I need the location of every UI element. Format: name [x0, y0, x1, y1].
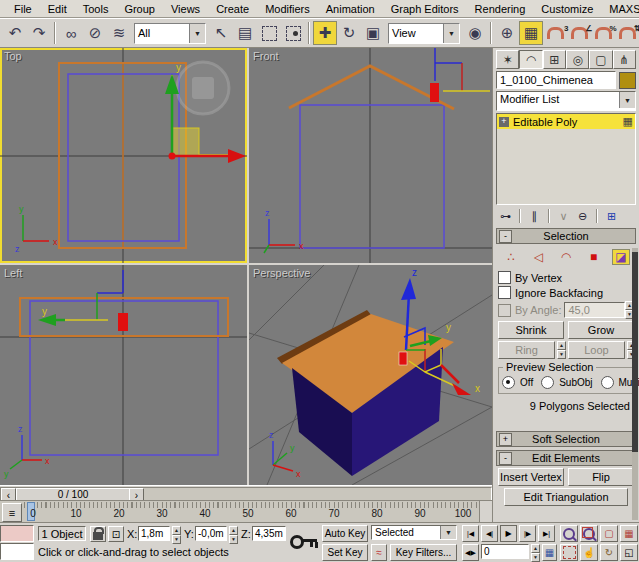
default-in-out-tangents-icon[interactable]: ≈ [371, 544, 387, 561]
key-filters-button[interactable]: Key Filters... [390, 544, 457, 561]
angle-snap-icon[interactable]: ∠ [567, 21, 591, 45]
region-zoom-icon[interactable] [560, 544, 578, 561]
checkbox-icon[interactable] [498, 271, 511, 284]
percent-snap-icon[interactable]: % [591, 21, 615, 45]
viewport-label-front[interactable]: Front [253, 50, 279, 62]
select-and-manipulate-icon[interactable]: ⊕ [495, 21, 519, 45]
z-coordinate-field[interactable]: 4,35m [252, 526, 286, 541]
expand-icon[interactable]: + [499, 117, 509, 127]
auto-key-button[interactable]: Auto Key [322, 525, 368, 542]
polygon-mode-icon[interactable]: ■ [585, 249, 603, 265]
rectangular-selection-region-icon[interactable] [257, 21, 281, 45]
time-configuration-icon[interactable]: ▦ [542, 544, 557, 561]
go-to-end-icon[interactable]: ▶| [538, 525, 555, 542]
track-bar[interactable]: ≡ 0 10 20 30 40 50 60 70 80 90 100 [0, 500, 492, 522]
menu-animation[interactable]: Animation [318, 2, 383, 16]
dropdown-arrow-icon[interactable]: ▼ [440, 526, 456, 539]
object-color-swatch[interactable] [619, 72, 636, 89]
key-mode-toggle-icon[interactable]: ◀▶ [462, 544, 479, 561]
frame-spinner[interactable]: ▲▼ [531, 544, 540, 562]
previous-frame-icon[interactable]: ◀| [481, 525, 498, 542]
menu-views[interactable]: Views [163, 2, 208, 16]
maxscript-mini-listener-pink[interactable] [0, 525, 34, 542]
panel-scrollbar[interactable] [632, 248, 638, 520]
remove-modifier-icon[interactable]: ⊖ [573, 208, 592, 224]
preview-multi-radio[interactable] [601, 376, 614, 389]
checkbox-icon[interactable] [498, 286, 511, 299]
modifier-stack[interactable]: + Editable Poly ▦ [496, 113, 636, 205]
soft-selection-rollout-header[interactable]: + Soft Selection [496, 431, 636, 447]
x-spinner[interactable]: ▲▼ [172, 526, 181, 544]
viewport-perspective[interactable]: z y x z y x Perspective [249, 265, 492, 485]
y-coordinate-field[interactable]: -0,0m [195, 526, 227, 541]
selection-rollout-header[interactable]: - Selection [496, 228, 636, 244]
menu-edit[interactable]: Edit [40, 2, 75, 16]
zoom-icon[interactable] [560, 525, 578, 542]
show-end-result-icon[interactable]: ∥ [525, 208, 544, 224]
pan-icon[interactable]: ☝ [580, 544, 598, 561]
bind-to-spacewarp-icon[interactable]: ≋ [107, 21, 131, 45]
x-coordinate-field[interactable]: 1,8m [138, 526, 170, 541]
menu-create[interactable]: Create [208, 2, 257, 16]
grow-button[interactable]: Grow [568, 321, 634, 339]
preview-subobj-radio[interactable] [541, 376, 554, 389]
menu-rendering[interactable]: Rendering [467, 2, 534, 16]
dropdown-arrow-icon[interactable]: ▼ [189, 24, 205, 43]
tab-modify-icon[interactable]: ◠ [519, 50, 542, 69]
zoom-extents-all-icon[interactable]: ▦ [620, 525, 638, 542]
modifier-list-dropdown[interactable]: Modifier List ▼ [496, 91, 636, 111]
dropdown-arrow-icon[interactable]: ▼ [619, 92, 635, 108]
tab-create-icon[interactable]: ✶ [496, 50, 519, 69]
ignore-backfacing-checkbox[interactable]: Ignore Backfacing [498, 286, 634, 299]
dropdown-arrow-icon[interactable]: ▼ [443, 24, 459, 43]
viewport-left[interactable]: y z x y Left [0, 265, 247, 485]
insert-vertex-button[interactable]: Insert Vertex [498, 468, 564, 486]
element-mode-icon[interactable]: ◪ [612, 249, 630, 265]
spinner-snap-icon[interactable]: ⇅ [615, 21, 639, 45]
mini-curve-editor-button[interactable]: ≡ [2, 503, 22, 522]
menu-maxscript[interactable]: MAXScript [601, 2, 639, 16]
zoom-extents-icon[interactable]: ▢ [600, 525, 618, 542]
tab-display-icon[interactable]: ▢ [589, 50, 612, 69]
ring-button[interactable]: Ring [498, 341, 555, 359]
menu-customize[interactable]: Customize [533, 2, 601, 16]
stack-item-editable-poly[interactable]: + Editable Poly ▦ [497, 114, 635, 129]
current-frame-field[interactable]: 0 [481, 544, 529, 559]
pin-stack-icon[interactable]: ⊶ [496, 208, 515, 224]
make-unique-icon[interactable]: ∨ [554, 208, 573, 224]
viewport-label-top[interactable]: Top [4, 50, 22, 62]
tab-utilities-icon[interactable]: ⋔ [613, 50, 636, 69]
object-name-field[interactable]: 1_0100_Chimenea [496, 71, 616, 89]
ring-spinner[interactable]: ▲▼ [557, 341, 566, 359]
y-spinner[interactable]: ▲▼ [229, 526, 238, 544]
select-and-scale-icon[interactable]: ▣ [361, 21, 385, 45]
viewport-front[interactable]: z x Front [249, 48, 492, 263]
house-model[interactable] [277, 310, 454, 476]
next-frame-icon[interactable]: |▶ [519, 525, 536, 542]
by-angle-field[interactable]: 45,0 [564, 302, 625, 318]
flip-button[interactable]: Flip [568, 468, 634, 486]
shrink-button[interactable]: Shrink [498, 321, 564, 339]
preview-off-radio[interactable] [502, 376, 515, 389]
arc-rotate-icon[interactable]: ↻ [600, 544, 618, 561]
menu-file[interactable]: File [6, 2, 40, 16]
selection-filter-dropdown[interactable]: All ▼ [134, 23, 206, 44]
reference-coordinate-dropdown[interactable]: View ▼ [388, 23, 460, 44]
window-crossing-icon[interactable] [281, 21, 305, 45]
select-and-rotate-icon[interactable]: ↻ [337, 21, 361, 45]
go-to-start-icon[interactable]: |◀ [462, 525, 479, 542]
select-object-icon[interactable]: ↖ [209, 21, 233, 45]
snaps-toggle-icon[interactable]: ▦ [519, 21, 543, 45]
select-and-move-icon[interactable]: ✚ [313, 21, 337, 45]
play-animation-icon[interactable]: ▶ [500, 525, 517, 542]
use-pivot-center-icon[interactable]: ◉ [463, 21, 487, 45]
viewport-label-left[interactable]: Left [4, 267, 22, 279]
set-key-mode-icon[interactable] [290, 534, 318, 548]
loop-button[interactable]: Loop [568, 341, 625, 359]
by-vertex-checkbox[interactable]: By Vertex [498, 271, 634, 284]
tab-hierarchy-icon[interactable]: ⊞ [543, 50, 566, 69]
undo-icon[interactable]: ↶ [3, 21, 27, 45]
vertex-mode-icon[interactable]: ∴ [502, 249, 520, 265]
zoom-all-icon[interactable] [580, 525, 598, 542]
key-filter-scope-dropdown[interactable]: Selected ▼ [371, 525, 457, 540]
